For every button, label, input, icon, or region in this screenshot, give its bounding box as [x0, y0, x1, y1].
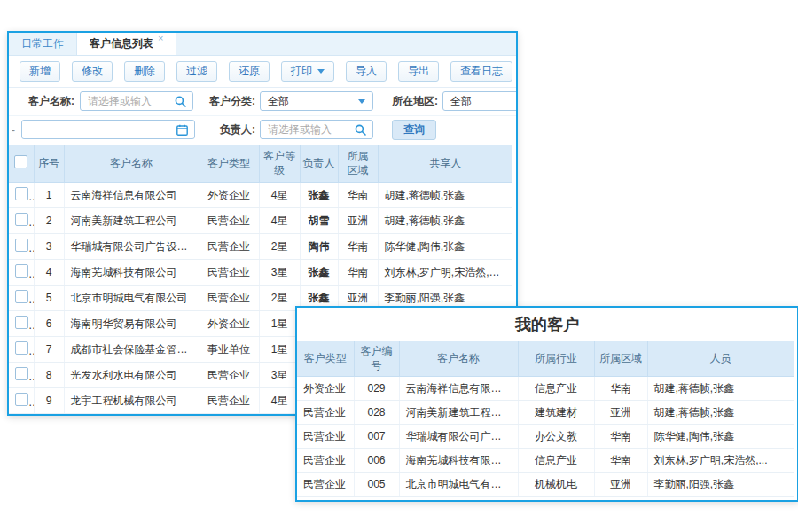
cell-customer-name[interactable]: 北京市明城电气有限公司 [64, 286, 199, 311]
cell-customer-type: 民营企业 [199, 208, 259, 234]
cell-owner[interactable]: 张鑫 [300, 183, 338, 208]
tab-customer-list[interactable]: 客户信息列表 × [76, 33, 176, 55]
cell-customer-type: 民营企业 [297, 425, 354, 449]
header-customer-code: 客户编号 [354, 341, 399, 377]
close-icon[interactable]: × [158, 33, 163, 44]
search-icon[interactable] [175, 96, 186, 107]
tab-label: 日常工作 [21, 36, 64, 51]
search-icon[interactable] [355, 124, 366, 136]
customer-category-select[interactable]: 全部 [260, 91, 373, 111]
filter-button[interactable]: 过滤 [176, 61, 217, 82]
header-customer-type: 客户类型 [297, 341, 354, 377]
cell-owner[interactable]: 胡雪 [300, 208, 338, 234]
row-checkbox[interactable] [15, 213, 28, 226]
cell-customer-type: 民营企业 [199, 363, 259, 388]
cell-customer-name[interactable]: 成都市社会保险基金管理... [64, 337, 199, 363]
table-row: 4 海南芜城科技有限公司 民营企业 3星 张鑫 华南 刘东林,罗广明,宋浩然,张… [9, 260, 512, 286]
add-button[interactable]: 新增 [20, 61, 60, 82]
cell-customer-level: 4星 [259, 183, 300, 208]
owner-input[interactable] [261, 123, 351, 136]
cell-seq: 8 [34, 363, 64, 388]
cell-customer-code[interactable]: 006 [354, 449, 399, 473]
cell-industry: 信息产业 [518, 377, 594, 401]
row-checkbox[interactable] [15, 264, 28, 278]
date-input-box [21, 120, 195, 139]
export-button[interactable]: 导出 [398, 61, 439, 82]
cell-seq: 4 [34, 260, 64, 286]
cell-customer-name[interactable]: 河南美新建筑工程公司 [399, 401, 518, 425]
cell-people: 胡建,蒋德帧,张鑫 [647, 401, 794, 425]
cell-customer-code[interactable]: 029 [354, 377, 399, 401]
cell-customer-name[interactable]: 北京市明城电气有限公司 [399, 473, 518, 497]
header-customer-level: 客户等级 [259, 145, 300, 183]
table-row: 3 华瑞城有限公司广告设计部 民营企业 2星 陶伟 华南 陈华健,陶伟,张鑫 [9, 234, 512, 260]
delete-button[interactable]: 删除 [124, 61, 165, 82]
cell-customer-code[interactable]: 028 [354, 401, 399, 425]
chevron-down-icon [358, 99, 365, 104]
cell-people: 陈华健,陶伟,张鑫 [647, 425, 794, 449]
cell-region: 亚洲 [594, 473, 647, 497]
cell-customer-name[interactable]: 华瑞城有限公司广告设计部 [399, 425, 518, 449]
cell-owner[interactable]: 张鑫 [300, 260, 338, 286]
print-button[interactable]: 打印 [281, 61, 334, 82]
date-input[interactable] [22, 123, 173, 136]
cell-customer-code[interactable]: 005 [354, 473, 399, 497]
checkbox-cell [9, 234, 34, 260]
my-customers-panel: 我的客户 客户类型 客户编号 客户名称 所属行业 所属区域 人员 外资企业 02… [295, 306, 798, 502]
cell-region: 华南 [594, 449, 647, 473]
customer-name-input-box [80, 91, 193, 111]
row-checkbox[interactable] [15, 341, 28, 355]
table-row: 民营企业 028 河南美新建筑工程公司 建筑建材 亚洲 胡建,蒋德帧,张鑫 [297, 401, 794, 425]
cell-customer-type: 民营企业 [297, 401, 354, 425]
cell-customer-type: 民营企业 [297, 449, 354, 473]
query-button[interactable]: 查询 [392, 120, 436, 140]
my-customers-table: 客户类型 客户编号 客户名称 所属行业 所属区域 人员 外资企业 029 云南海… [297, 341, 794, 497]
filter-row-1: 客户名称: 客户分类: 全部 所在地区: 全部 [9, 88, 516, 116]
select-all-checkbox[interactable] [14, 155, 27, 168]
cell-customer-level: 3星 [259, 260, 300, 286]
row-checkbox[interactable] [15, 187, 28, 200]
cell-customer-name[interactable]: 光发水利水电有限公司 [64, 363, 199, 388]
checkbox-cell [9, 183, 34, 208]
edit-button[interactable]: 修改 [72, 61, 113, 82]
import-button[interactable]: 导入 [346, 61, 387, 82]
cell-customer-name[interactable]: 河南美新建筑工程公司 [64, 208, 199, 234]
cell-shared: 刘东林,罗广明,宋浩然,张鑫 [378, 260, 512, 286]
tab-daily-work[interactable]: 日常工作 [9, 33, 76, 55]
restore-button[interactable]: 还原 [229, 61, 270, 82]
cell-owner[interactable]: 陶伟 [300, 234, 338, 260]
customer-name-input[interactable] [81, 95, 171, 107]
row-checkbox[interactable] [15, 316, 28, 329]
cell-customer-name[interactable]: 云南海祥信息有限公司 [399, 377, 518, 401]
cell-customer-name[interactable]: 华瑞城有限公司广告设计部 [64, 234, 199, 260]
checkbox-cell [9, 286, 34, 311]
cell-customer-type: 外资企业 [297, 377, 354, 401]
region-label: 所在地区: [381, 88, 438, 115]
cell-customer-code[interactable]: 007 [354, 425, 399, 449]
cell-customer-name[interactable]: 龙宇工程机械有限公司 [64, 388, 199, 414]
cell-seq: 5 [34, 286, 64, 311]
cell-region: 华南 [338, 234, 378, 260]
row-checkbox[interactable] [15, 367, 28, 380]
tab-label: 客户信息列表 [90, 36, 153, 51]
cell-customer-name[interactable]: 海南芜城科技有限公司 [64, 260, 199, 286]
cell-customer-name[interactable]: 海南芜城科技有限公司 [399, 449, 518, 473]
cell-customer-name[interactable]: 云南海祥信息有限公司 [64, 183, 199, 208]
cell-region: 华南 [338, 260, 378, 286]
cell-industry: 办公文教 [518, 425, 594, 449]
cell-customer-type: 民营企业 [199, 286, 259, 311]
table-row: 2 河南美新建筑工程公司 民营企业 4星 胡雪 亚洲 胡建,蒋德帧,张鑫 [9, 208, 512, 234]
cell-seq: 1 [34, 183, 64, 208]
chevron-down-icon [317, 69, 325, 74]
view-log-button[interactable]: 查看日志 [450, 61, 512, 82]
region-select[interactable]: 全部 [442, 91, 518, 111]
row-checkbox[interactable] [15, 393, 28, 406]
select-all-cell [9, 145, 34, 183]
row-checkbox[interactable] [15, 290, 28, 303]
header-people: 人员 [647, 341, 794, 377]
calendar-icon[interactable] [176, 124, 188, 136]
cell-customer-name[interactable]: 海南明华贸易有限公司 [64, 311, 199, 337]
row-checkbox[interactable] [15, 239, 28, 252]
cell-seq: 6 [34, 311, 64, 337]
header-region: 所属区域 [338, 145, 378, 183]
